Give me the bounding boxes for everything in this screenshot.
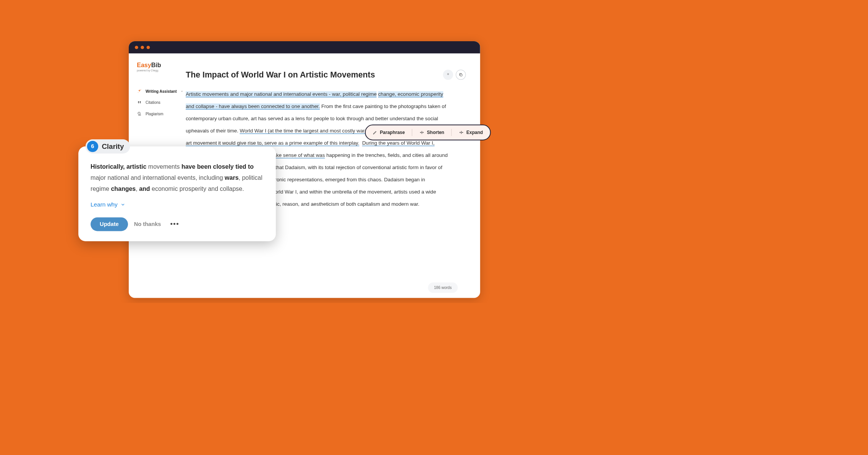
tool-label: Paraphrase bbox=[380, 130, 405, 135]
logo-bib: Bib bbox=[151, 61, 161, 68]
more-options-icon[interactable]: ••• bbox=[170, 220, 180, 228]
tool-label: Expand bbox=[466, 130, 483, 135]
nav-plagiarism[interactable]: Plagiarism bbox=[137, 108, 186, 119]
nav-writing-assistant[interactable]: Writing Assistant bbox=[137, 86, 186, 97]
learn-why-label: Learn why bbox=[91, 201, 118, 208]
learn-why-link[interactable]: Learn why bbox=[91, 201, 264, 208]
logo: EasyBib bbox=[137, 61, 186, 69]
titlebar bbox=[129, 41, 480, 53]
nav-citations[interactable]: Citations bbox=[137, 97, 186, 108]
update-button[interactable]: Update bbox=[91, 217, 128, 231]
nav-label: Writing Assistant bbox=[146, 89, 177, 93]
search-doc-icon bbox=[137, 111, 142, 116]
highlighted-text: Artistic movements and major national an… bbox=[186, 91, 377, 97]
quote-icon bbox=[137, 100, 142, 105]
window-close-icon[interactable] bbox=[135, 46, 138, 49]
expand-icon bbox=[459, 130, 464, 135]
document-title: The Impact of World War I on Artistic Mo… bbox=[186, 70, 375, 79]
nav-label: Plagiarism bbox=[146, 111, 164, 116]
collapse-icon bbox=[419, 130, 424, 135]
clarity-popover: 6 Clarity Historically, artistic movemen… bbox=[78, 147, 276, 241]
no-thanks-button[interactable]: No thanks bbox=[134, 221, 161, 227]
window-minimize-icon[interactable] bbox=[141, 46, 144, 49]
separator bbox=[412, 129, 412, 136]
nav-label: Citations bbox=[146, 100, 160, 105]
separator bbox=[452, 129, 452, 136]
badge-number: 6 bbox=[87, 141, 98, 152]
paraphrase-button[interactable]: Paraphrase bbox=[373, 130, 405, 135]
suggestion-text: Historically, artistic movements have be… bbox=[91, 161, 264, 194]
tool-label: Shorten bbox=[427, 130, 444, 135]
sparkle-button[interactable] bbox=[443, 69, 453, 80]
badge-label: Clarity bbox=[102, 142, 124, 150]
svg-line-3 bbox=[140, 114, 141, 115]
logo-easy: Easy bbox=[137, 61, 151, 68]
pencil-icon bbox=[373, 130, 377, 135]
copy-button[interactable] bbox=[456, 69, 466, 80]
word-count: 186 words bbox=[428, 282, 458, 293]
rewrite-toolbar: Paraphrase Shorten Expand bbox=[365, 124, 491, 140]
popover-badge: 6 Clarity bbox=[86, 139, 130, 153]
svg-point-0 bbox=[141, 89, 141, 90]
chevron-down-icon bbox=[121, 202, 125, 207]
svg-rect-5 bbox=[460, 74, 462, 76]
window-maximize-icon[interactable] bbox=[147, 46, 150, 49]
chevron-down-icon bbox=[180, 90, 183, 93]
sparkle-icon bbox=[137, 89, 142, 94]
expand-button[interactable]: Expand bbox=[459, 130, 483, 135]
svg-point-2 bbox=[138, 112, 140, 115]
svg-point-1 bbox=[138, 92, 138, 93]
shorten-button[interactable]: Shorten bbox=[419, 130, 444, 135]
logo-subtitle: powered by Chegg bbox=[137, 69, 186, 72]
